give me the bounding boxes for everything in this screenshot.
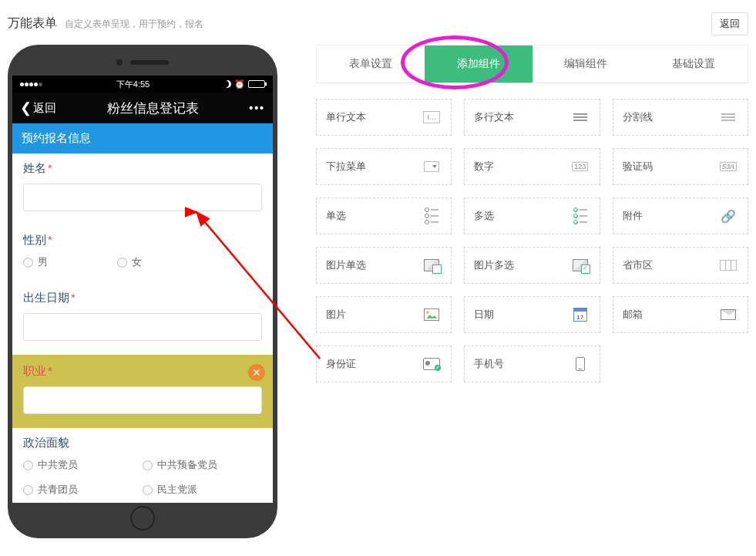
comp-radio[interactable]: 单选 xyxy=(316,197,452,234)
page-subtitle: 自定义表单呈现，用于预约，报名 xyxy=(65,18,203,31)
field-political[interactable]: 政治面貌 中共党员 中共预备党员 共青团员 民主党派 xyxy=(12,428,273,497)
comp-idcard[interactable]: 身份证 xyxy=(316,345,452,382)
comp-divider[interactable]: 分割线 xyxy=(613,99,748,136)
comp-attachment[interactable]: 附件🔗 xyxy=(613,197,748,234)
radio-list-icon xyxy=(422,207,442,224)
job-input[interactable] xyxy=(23,386,262,414)
phone-mockup: 下午4:55 ⏰ ❮ 返回 粉丝信息登记表 ••• 预约 xyxy=(8,45,277,538)
phone-home-button[interactable] xyxy=(12,503,273,534)
image-checkbox-icon xyxy=(570,257,590,274)
close-icon: ✕ xyxy=(252,366,261,379)
image-icon xyxy=(422,306,442,323)
radio-icon xyxy=(23,485,33,495)
comp-region[interactable]: 省市区 xyxy=(613,247,748,284)
signal-icon xyxy=(20,83,42,86)
mobile-icon xyxy=(570,356,590,372)
home-icon xyxy=(130,506,155,531)
tab-add-component[interactable]: 添加组件 xyxy=(425,45,533,83)
text-input-icon: I… xyxy=(422,109,442,126)
comp-date[interactable]: 日期 xyxy=(464,296,600,333)
chevron-left-icon: ❮ xyxy=(20,101,32,115)
number-icon: 123 xyxy=(570,158,590,175)
comp-email[interactable]: 邮箱 xyxy=(613,296,748,333)
radio-icon xyxy=(23,460,33,470)
required-mark: * xyxy=(48,161,52,174)
radio-cpc-probation[interactable]: 中共预备党员 xyxy=(143,458,262,472)
components-panel: 表单设置 添加组件 编辑组件 基础设置 单行文本I… 多行文本 分割线 下拉菜单… xyxy=(293,45,748,538)
field-dob[interactable]: 出生日期* xyxy=(12,283,273,341)
email-icon xyxy=(718,306,738,323)
back-button[interactable]: 返回 xyxy=(711,12,748,35)
field-gender[interactable]: 性别* 男 女 xyxy=(12,225,273,269)
comp-captcha[interactable]: 验证码53A xyxy=(613,148,748,185)
field-name[interactable]: 姓名* xyxy=(12,153,273,211)
radio-icon xyxy=(143,485,153,495)
header-left: 万能表单 自定义表单呈现，用于预约，报名 xyxy=(8,15,203,32)
comp-number[interactable]: 数字123 xyxy=(464,148,600,185)
delete-field-button[interactable]: ✕ xyxy=(248,364,265,381)
radio-female[interactable]: 女 xyxy=(117,255,142,269)
comp-multi-text[interactable]: 多行文本 xyxy=(464,99,600,136)
comp-image[interactable]: 图片 xyxy=(316,296,452,333)
radio-male[interactable]: 男 xyxy=(23,255,48,269)
phone-screen: 预约报名信息 姓名* 性别* 男 女 xyxy=(12,123,273,503)
phone-more-button[interactable]: ••• xyxy=(249,102,265,114)
captcha-icon: 53A xyxy=(718,158,738,175)
speaker-icon xyxy=(130,60,169,65)
phone-back-button[interactable]: ❮ 返回 xyxy=(20,101,56,116)
comp-dropdown[interactable]: 下拉菜单 xyxy=(316,148,452,185)
page-header: 万能表单 自定义表单呈现，用于预约，报名 返回 xyxy=(0,0,756,45)
camera-icon xyxy=(116,59,123,66)
checkbox-list-icon xyxy=(570,207,590,224)
dnd-icon xyxy=(223,80,231,88)
dob-input[interactable] xyxy=(23,313,262,341)
radio-cpc-member[interactable]: 中共党员 xyxy=(23,458,143,472)
radio-youth-league[interactable]: 共青团员 xyxy=(23,483,143,497)
comp-checkbox[interactable]: 多选 xyxy=(464,197,600,234)
phone-statusbar: 下午4:55 ⏰ xyxy=(12,76,273,93)
tab-basic-settings[interactable]: 基础设置 xyxy=(640,45,748,83)
image-radio-icon xyxy=(422,257,442,274)
comp-image-radio[interactable]: 图片单选 xyxy=(316,247,452,284)
phone-speaker-row xyxy=(12,49,273,76)
statusbar-time: 下午4:55 xyxy=(116,79,150,90)
comp-single-text[interactable]: 单行文本I… xyxy=(316,99,452,136)
page-title: 万能表单 xyxy=(8,15,57,32)
phone-nav-title: 粉丝信息登记表 xyxy=(107,99,199,117)
comp-mobile[interactable]: 手机号 xyxy=(464,345,600,382)
tab-form-settings[interactable]: 表单设置 xyxy=(317,45,425,83)
radio-icon xyxy=(23,258,33,268)
name-input[interactable] xyxy=(23,184,262,211)
region-icon xyxy=(718,257,738,274)
dropdown-icon xyxy=(422,158,442,175)
battery-icon xyxy=(248,80,265,88)
calendar-icon xyxy=(570,306,590,323)
radio-icon xyxy=(117,258,127,268)
alarm-icon: ⏰ xyxy=(234,79,245,89)
builder-tabs: 表单设置 添加组件 编辑组件 基础设置 xyxy=(316,45,748,83)
comp-image-checkbox[interactable]: 图片多选 xyxy=(464,247,600,284)
radio-icon xyxy=(143,460,153,470)
attachment-icon: 🔗 xyxy=(718,207,738,224)
divider-icon xyxy=(718,109,738,126)
multiline-icon xyxy=(570,109,590,126)
component-grid: 单行文本I… 多行文本 分割线 下拉菜单 数字123 验证码53A 单选 多选 … xyxy=(316,99,748,382)
tab-edit-component[interactable]: 编辑组件 xyxy=(533,45,640,83)
radio-democratic[interactable]: 民主党派 xyxy=(143,483,262,497)
phone-navbar: ❮ 返回 粉丝信息登记表 ••• xyxy=(12,93,273,123)
idcard-icon xyxy=(422,356,442,372)
form-section-title: 预约报名信息 xyxy=(12,123,273,153)
field-job-selected[interactable]: 职业* ✕ xyxy=(12,355,273,428)
